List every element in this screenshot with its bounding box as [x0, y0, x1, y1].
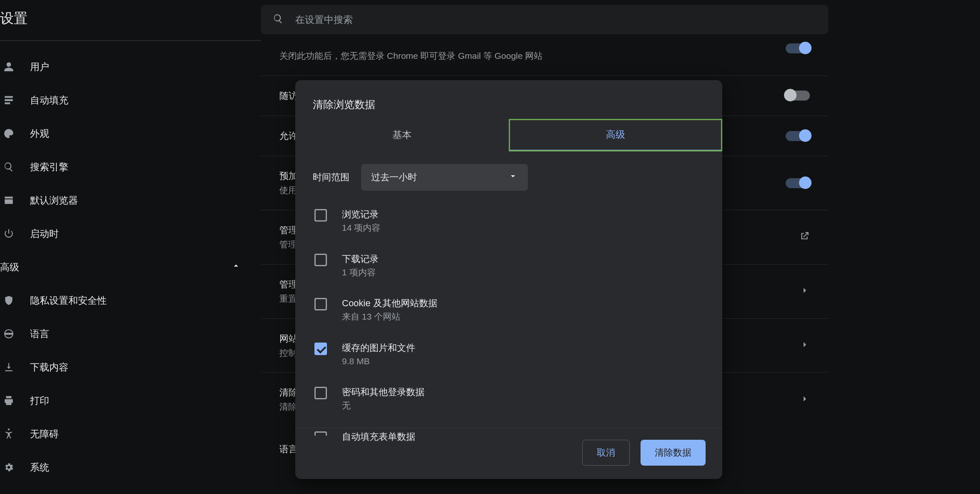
time-range-select[interactable]: 过去一小时: [361, 164, 528, 191]
toggle-switch[interactable]: [786, 43, 810, 53]
sidebar-item-label: 自动填充: [30, 94, 68, 107]
sidebar-item-language[interactable]: 语言: [0, 317, 261, 350]
checkbox[interactable]: [314, 298, 327, 310]
clear-browsing-data-dialog: 清除浏览数据 基本 高级 时间范围 过去一小时 浏览记录 14 项内容: [295, 80, 722, 479]
sidebar-item-on-startup[interactable]: 启动时: [0, 217, 261, 250]
checkbox[interactable]: [314, 209, 327, 222]
chevron-up-icon: [231, 261, 241, 273]
chevron-right-icon: [800, 285, 810, 297]
sidebar-item-label: 系统: [30, 461, 49, 474]
sidebar-item-label: 下载内容: [30, 361, 68, 374]
checkbox[interactable]: [314, 254, 327, 266]
sidebar-item-label: 打印: [30, 394, 49, 407]
page-title: 设置: [0, 9, 28, 28]
accessibility-icon: [3, 428, 30, 439]
chevron-right-icon: [800, 394, 810, 406]
external-link-icon[interactable]: [799, 231, 810, 243]
shield-icon: [3, 295, 30, 306]
search-icon: [273, 13, 284, 26]
clear-item-cookies[interactable]: Cookie 及其他网站数据 来自 13 个网站: [314, 296, 705, 323]
item-subtitle: 1 项内容: [342, 266, 379, 279]
sidebar-item-label: 用户: [30, 60, 49, 73]
item-subtitle: 来自 13 个网站: [342, 310, 437, 323]
divider: [0, 40, 261, 41]
clear-item-download-history[interactable]: 下载记录 1 项内容: [314, 252, 705, 279]
chevron-down-icon: [508, 171, 518, 184]
sidebar-item-label: 启动时: [30, 227, 59, 240]
setting-subtitle: 关闭此功能后，您无需登录 Chrome 即可登录 Gmail 等 Google …: [279, 49, 776, 63]
sidebar-item-label: 无障碍: [30, 428, 59, 441]
print-icon: [3, 395, 30, 406]
item-title: 自动填充表单数据: [342, 430, 415, 444]
sidebar-item-search-engine[interactable]: 搜索引擎: [0, 150, 261, 184]
checkbox[interactable]: [314, 431, 327, 436]
checkbox[interactable]: [314, 343, 327, 355]
toggle-switch[interactable]: [786, 91, 810, 101]
dialog-title: 清除浏览数据: [295, 80, 722, 119]
item-title: 下载记录: [342, 252, 379, 266]
sidebar-item-privacy[interactable]: 隐私设置和安全性: [0, 284, 261, 317]
time-range-label: 时间范围: [313, 171, 349, 184]
sidebar-item-label: 默认浏览器: [30, 194, 78, 207]
sidebar-item-label: 隐私设置和安全性: [30, 294, 107, 307]
chevron-right-icon: [800, 340, 810, 351]
sidebar-item-autofill[interactable]: 自动填充: [0, 83, 261, 117]
globe-icon: [3, 328, 30, 339]
item-subtitle: 14 项内容: [342, 221, 380, 234]
sidebar-item-system[interactable]: 系统: [0, 451, 261, 484]
item-title: 浏览记录: [342, 207, 380, 221]
search-icon: [3, 161, 30, 172]
item-title: 密码和其他登录数据: [342, 385, 425, 399]
item-title: Cookie 及其他网站数据: [342, 296, 437, 310]
clear-item-browsing-history[interactable]: 浏览记录 14 项内容: [314, 207, 705, 234]
toggle-switch[interactable]: [786, 131, 810, 141]
sidebar-item-accessibility[interactable]: 无障碍: [0, 417, 261, 451]
clear-item-cached-images[interactable]: 缓存的图片和文件 9.8 MB: [314, 341, 705, 368]
sidebar-item-label: 搜索引擎: [30, 161, 68, 174]
sidebar-item-label: 外观: [30, 127, 49, 140]
sidebar-item-default-browser[interactable]: 默认浏览器: [0, 184, 261, 217]
sidebar-item-print[interactable]: 打印: [0, 384, 261, 417]
clear-item-passwords[interactable]: 密码和其他登录数据 无: [314, 385, 705, 412]
checkbox[interactable]: [314, 387, 327, 399]
tab-advanced[interactable]: 高级: [509, 119, 722, 151]
toggle-switch[interactable]: [786, 178, 810, 188]
item-subtitle: 9.8 MB: [342, 355, 415, 368]
setting-row[interactable]: 允许登录 Chrome 关闭此功能后，您无需登录 Chrome 即可登录 Gma…: [261, 34, 828, 76]
download-icon: [3, 362, 30, 373]
item-title: 缓存的图片和文件: [342, 341, 415, 355]
time-range-value: 过去一小时: [371, 171, 417, 184]
sidebar-item-label: 语言: [30, 328, 49, 340]
sidebar-section-advanced[interactable]: 高级: [0, 250, 261, 284]
tab-basic[interactable]: 基本: [295, 119, 509, 151]
power-icon: [3, 228, 30, 239]
person-icon: [3, 61, 30, 72]
clear-data-button[interactable]: 清除数据: [641, 440, 706, 466]
cancel-button[interactable]: 取消: [582, 440, 630, 466]
search-input[interactable]: [295, 14, 817, 25]
system-icon: [3, 462, 30, 473]
sidebar-item-appearance[interactable]: 外观: [0, 117, 261, 150]
item-subtitle: 无: [342, 399, 425, 412]
browser-icon: [3, 195, 30, 206]
sidebar-item-users[interactable]: 用户: [0, 50, 261, 83]
sidebar-item-downloads[interactable]: 下载内容: [0, 350, 261, 384]
palette-icon: [3, 128, 30, 139]
search-bar[interactable]: [261, 5, 828, 34]
autofill-icon: [3, 95, 30, 106]
sidebar-section-label: 高级: [0, 261, 19, 274]
